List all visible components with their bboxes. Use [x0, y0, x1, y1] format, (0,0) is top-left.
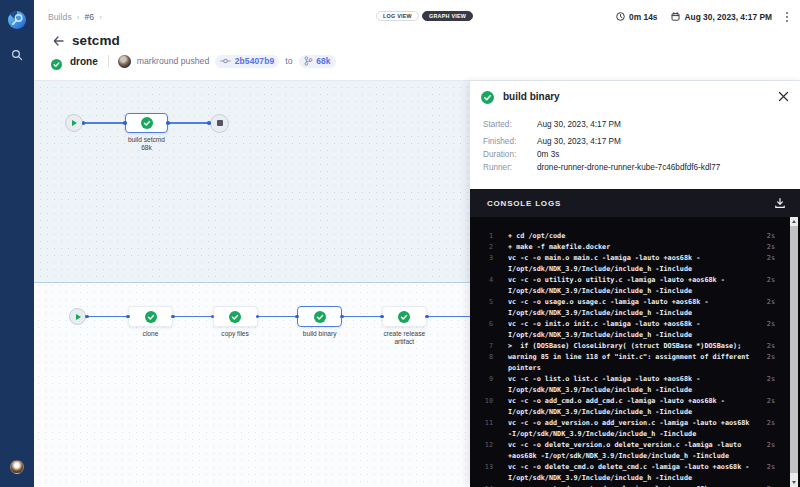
connector-dot: [380, 315, 384, 319]
log-line-duration: 2s: [755, 253, 790, 264]
log-line-number: 11: [470, 418, 493, 429]
chevron-right-icon: ›: [99, 13, 102, 22]
log-line: 7> if (DOSBase) CloseLibrary( (struct DO…: [470, 341, 790, 352]
divider: [108, 55, 109, 67]
scroll-down-arrow-icon[interactable]: [790, 478, 798, 487]
more-options-icon[interactable]: [786, 12, 788, 22]
log-line-text: vc -c -o delete_cmd.o delete_cmd.c -lami…: [508, 462, 755, 484]
success-check-icon: [229, 311, 241, 323]
success-check-icon: [398, 311, 410, 323]
log-line-number: 9: [470, 374, 493, 385]
page-title: setcmd: [72, 33, 120, 48]
build-execution-page: Builds›#6› LOG VIEW GRAPH VIEW 0m 14s Au…: [0, 0, 800, 487]
graph-node-label: build binary: [292, 330, 348, 338]
download-logs-icon[interactable]: [774, 197, 786, 209]
step-details: build binary Started:Aug 30, 2023, 4:17 …: [470, 81, 800, 189]
log-line-text: + make -f makefile.docker: [508, 242, 755, 253]
log-line-number: 5: [470, 297, 493, 308]
graph-node-label: build setcmd68k: [119, 136, 175, 153]
log-line-duration: 2s: [755, 231, 790, 242]
log-line-duration: 2s: [755, 352, 790, 363]
calendar-icon: [671, 12, 680, 21]
step-details-header: build binary: [481, 90, 560, 103]
search-icon[interactable]: [11, 47, 23, 59]
log-line-number: 13: [470, 462, 493, 473]
success-check-icon: [314, 311, 326, 323]
log-line-text: + cd /opt/code: [508, 231, 755, 242]
detail-row-finished: Finished:Aug 30, 2023, 4:17 PM: [483, 137, 621, 146]
console-scrollbar[interactable]: [790, 217, 798, 487]
branch-chip[interactable]: 68k: [299, 55, 336, 68]
log-line-number: 10: [470, 396, 493, 407]
branch-icon: [304, 56, 313, 66]
connector-dot: [85, 315, 89, 319]
detail-row-duration: Duration:0m 3s: [483, 150, 559, 159]
log-line-text: vc -c -o usage.o usage.c -lamiga -lauto …: [508, 297, 755, 319]
log-line: 10vc -c -o add_cmd.o add_cmd.c -lamiga -…: [470, 396, 790, 418]
scrollbar-thumb[interactable]: [790, 226, 798, 473]
commit-chip[interactable]: 2b5407b9: [215, 55, 279, 68]
success-check-icon: [481, 90, 494, 103]
pipeline-name: drone: [70, 56, 98, 67]
pushed-by-text: markround pushed: [137, 56, 209, 66]
start-node-play-icon[interactable]: [69, 308, 86, 325]
success-check-icon: [141, 117, 153, 129]
build-datetime: Aug 30, 2023, 4:17 PM: [684, 12, 772, 22]
step-name: build binary: [503, 91, 560, 102]
page-header: Builds›#6› LOG VIEW GRAPH VIEW 0m 14s Au…: [34, 0, 800, 81]
graph-view-button[interactable]: GRAPH VIEW: [422, 11, 473, 21]
log-line: 4vc -c -o utility.o utility.c -lamiga -l…: [470, 275, 790, 297]
commit-sha: 2b5407b9: [235, 56, 275, 66]
console-log-list[interactable]: 1+ cd /opt/code2s2+ make -f makefile.doc…: [470, 217, 790, 487]
connector-dot: [425, 315, 429, 319]
log-line-number: 7: [470, 341, 493, 352]
build-status-row: drone markround pushed 2b5407b9 to 68k: [51, 54, 336, 68]
success-check-icon: [145, 311, 157, 323]
graph-node-create-release-artifact[interactable]: [382, 306, 427, 327]
clock-icon: [616, 12, 625, 21]
log-line-text: > if (DOSBase) CloseLibrary( (struct DOS…: [508, 341, 755, 352]
log-line-duration: 2s: [755, 418, 790, 429]
log-line-text: vc -c -o utility.o utility.c -lamiga -la…: [508, 275, 755, 297]
log-line: 1+ cd /opt/code2s: [470, 231, 790, 242]
log-line: 9vc -c -o list.o list.c -lamiga -lauto +…: [470, 374, 790, 396]
log-line: 5vc -c -o usage.o usage.c -lamiga -lauto…: [470, 297, 790, 319]
step-details-panel: build binary Started:Aug 30, 2023, 4:17 …: [470, 81, 800, 487]
commit-icon: [220, 57, 231, 65]
connector-dot: [166, 121, 170, 125]
end-node-stop-icon[interactable]: [210, 114, 229, 133]
app-logo-icon[interactable]: [8, 11, 26, 29]
log-line-number: 2: [470, 242, 493, 253]
log-line-text: vc -c -o setcmd.o setcmd.c -lamiga -laut…: [508, 484, 755, 487]
console-logs-header: CONSOLE LOGS: [470, 189, 800, 217]
detail-value: Aug 30, 2023, 4:17 PM: [537, 120, 621, 129]
log-line: 12vc -c -o delete_version.o delete_versi…: [470, 440, 790, 462]
log-line-duration: 2s: [755, 374, 790, 385]
log-line: 13vc -c -o delete_cmd.o delete_cmd.c -la…: [470, 462, 790, 484]
scroll-up-arrow-icon[interactable]: [790, 217, 798, 226]
graph-node-copy-files[interactable]: [213, 306, 258, 327]
detail-row-runner: Runner:drone-runner-drone-runner-kube-7c…: [483, 163, 720, 172]
breadcrumb-build-number[interactable]: #6: [85, 12, 95, 22]
graph-node-label: clone: [123, 330, 179, 338]
detail-label: Runner:: [483, 163, 537, 172]
graph-node-clone[interactable]: [128, 306, 173, 327]
graph-node-build-setcmd[interactable]: [125, 113, 168, 133]
user-avatar[interactable]: [10, 460, 24, 474]
start-node-play-icon[interactable]: [65, 114, 83, 132]
breadcrumb-builds[interactable]: Builds: [48, 12, 72, 22]
connector-dot: [340, 315, 344, 319]
detail-value: drone-runner-drone-runner-kube-7c46bdfdf…: [537, 163, 720, 172]
log-view-button[interactable]: LOG VIEW: [376, 11, 419, 21]
detail-value: Aug 30, 2023, 4:17 PM: [537, 137, 621, 146]
close-icon[interactable]: [778, 91, 789, 102]
log-line-text: vc -c -o delete_version.o delete_version…: [508, 440, 755, 462]
detail-label: Duration:: [483, 150, 537, 159]
graph-node-build-binary[interactable]: [297, 306, 342, 327]
graph-node-label: create release artifact: [376, 330, 432, 347]
log-line-number: 6: [470, 319, 493, 330]
log-line-text: vc -c -o init.o init.c -lamiga -lauto +a…: [508, 319, 755, 341]
back-arrow-icon[interactable]: [53, 36, 64, 46]
log-line: 8warning 85 in line 118 of "init.c": ass…: [470, 352, 790, 374]
log-line-number: 1: [470, 231, 493, 242]
